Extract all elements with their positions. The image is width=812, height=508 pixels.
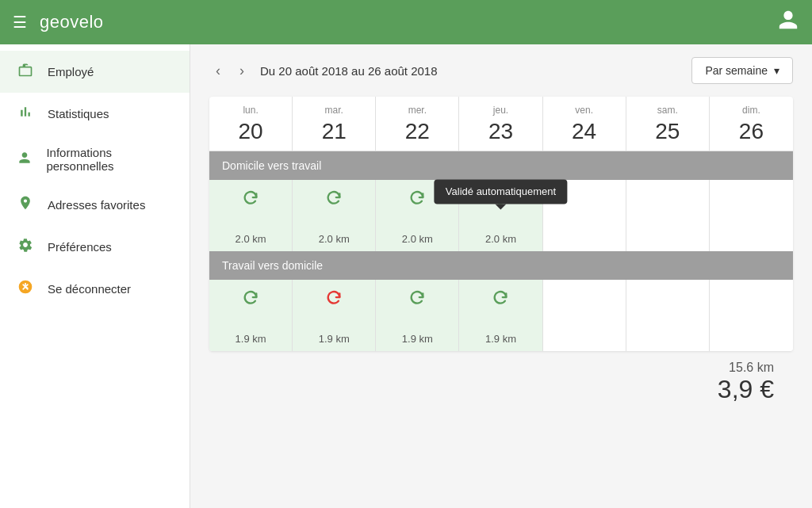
app-header: ☰ geovelo: [0, 0, 812, 44]
next-button[interactable]: ›: [233, 59, 251, 82]
day-num-sam: 25: [630, 119, 706, 144]
day-header-dim: dim. 26: [710, 97, 793, 151]
section1-dist-3: 2.0 km: [485, 233, 516, 245]
day-num-dim: 26: [713, 119, 790, 144]
day-header-mar: mar. 21: [293, 97, 376, 151]
section2-cell-6: [710, 280, 793, 351]
day-header-ven: ven. 24: [543, 97, 626, 151]
period-label: Par semaine: [705, 64, 768, 77]
sidebar: Employé Statistiques Informations person…: [0, 44, 190, 508]
section2-dist-1: 1.9 km: [319, 333, 350, 345]
section2-cell-5: [626, 280, 710, 351]
day-name-dim: dim.: [713, 105, 790, 116]
sidebar-item-employe[interactable]: Employé: [0, 51, 190, 93]
refresh-icon-s2-1-red: [325, 289, 343, 311]
day-name-sam: sam.: [630, 105, 706, 116]
section1-cell-3[interactable]: 2.0 km Validé automatiquement: [459, 180, 542, 251]
day-header-sam: sam. 25: [626, 97, 710, 151]
section2-header: Travail vers domicile: [209, 251, 793, 280]
sidebar-item-statistiques[interactable]: Statistiques: [0, 93, 190, 135]
person-icon: [16, 150, 33, 170]
day-num-jeu: 23: [462, 119, 538, 144]
section1-dist-2: 2.0 km: [402, 233, 433, 245]
logout-icon: [16, 279, 35, 299]
section1-cell-1[interactable]: 2.0 km: [293, 180, 376, 251]
prev-button[interactable]: ‹: [209, 59, 227, 82]
section1-header: Domicile vers travail: [209, 151, 793, 180]
refresh-icon-s2-0: [242, 289, 259, 311]
section2-dist-2: 1.9 km: [402, 333, 433, 345]
day-header-lun: lun. 20: [209, 97, 293, 151]
tooltip-arrow: [495, 204, 506, 209]
menu-icon[interactable]: ☰: [13, 13, 27, 32]
header-left: ☰ geovelo: [13, 12, 104, 32]
day-name-lun: lun.: [213, 105, 289, 116]
section2-cells: 1.9 km 1.9 km: [209, 280, 793, 351]
day-num-ven: 24: [546, 119, 622, 144]
nav-controls: ‹ › Du 20 août 2018 au 26 août 2018: [209, 59, 438, 82]
section1-cell-5: [626, 180, 710, 251]
location-icon: [16, 195, 35, 215]
sidebar-label-employe: Employé: [48, 65, 94, 78]
day-name-mar: mar.: [296, 105, 372, 116]
section2-dist-3: 1.9 km: [485, 333, 516, 345]
sidebar-item-preferences[interactable]: Préférences: [0, 226, 190, 268]
footer-totals: 15.6 km 3,9 €: [209, 351, 793, 407]
calendar-grid: lun. 20 mar. 21 mer. 22 jeu. 23 ven. 2: [209, 97, 793, 351]
day-header-mer: mer. 22: [376, 97, 459, 151]
section1-cells: 2.0 km 2.0 km: [209, 180, 793, 251]
section2-cell-4: [543, 280, 626, 351]
auto-validate-tooltip: Validé automatiquement: [435, 179, 567, 204]
section2-dist-0: 1.9 km: [236, 333, 266, 345]
sidebar-item-deconnexion[interactable]: Se déconnecter: [0, 268, 190, 310]
main-layout: Employé Statistiques Informations person…: [0, 44, 812, 508]
section2-cell-0[interactable]: 1.9 km: [209, 280, 293, 351]
day-name-mer: mer.: [379, 105, 455, 116]
section2-cell-2[interactable]: 1.9 km: [376, 280, 459, 351]
chevron-down-icon: ▾: [774, 64, 779, 77]
day-num-mer: 22: [379, 119, 455, 144]
sidebar-label-adresses: Adresses favorites: [48, 198, 145, 212]
sidebar-label-informations: Informations personnelles: [46, 146, 174, 173]
tooltip-container: Validé automatiquement: [435, 179, 567, 209]
main-content: ‹ › Du 20 août 2018 au 26 août 2018 Par …: [190, 44, 812, 508]
gear-icon: [16, 237, 35, 257]
section1-cell-0[interactable]: 2.0 km: [209, 180, 293, 251]
sidebar-label-preferences: Préférences: [48, 240, 112, 254]
sidebar-label-statistiques: Statistiques: [48, 107, 109, 120]
section1-cell-6: [710, 180, 793, 251]
day-name-ven: ven.: [546, 105, 622, 116]
total-euro: 3,9 €: [228, 375, 774, 404]
period-selector[interactable]: Par semaine ▾: [691, 57, 793, 84]
day-name-jeu: jeu.: [462, 105, 538, 116]
total-km: 15.6 km: [228, 361, 774, 375]
day-num-mar: 21: [296, 119, 372, 144]
refresh-icon-s1-0: [242, 189, 259, 211]
refresh-icon-s1-1: [325, 189, 343, 211]
day-headers: lun. 20 mar. 21 mer. 22 jeu. 23 ven. 2: [209, 97, 793, 151]
section2-cell-3[interactable]: 1.9 km: [459, 280, 542, 351]
sidebar-label-deconnexion: Se déconnecter: [48, 282, 131, 296]
refresh-icon-s1-2: [408, 189, 426, 211]
section2-cell-1[interactable]: 1.9 km: [293, 280, 376, 351]
section1-dist-1: 2.0 km: [319, 233, 350, 245]
section1-dist-0: 2.0 km: [236, 233, 266, 245]
refresh-icon-s2-2: [408, 289, 426, 311]
chart-icon: [16, 104, 35, 124]
refresh-icon-s2-3: [492, 289, 509, 311]
sidebar-item-adresses[interactable]: Adresses favorites: [0, 184, 190, 226]
calendar-toolbar: ‹ › Du 20 août 2018 au 26 août 2018 Par …: [209, 57, 793, 84]
day-header-jeu: jeu. 23: [459, 97, 542, 151]
sidebar-item-informations[interactable]: Informations personnelles: [0, 135, 190, 184]
user-avatar-icon[interactable]: [777, 9, 799, 36]
date-range: Du 20 août 2018 au 26 août 2018: [260, 64, 438, 78]
app-logo: geovelo: [40, 12, 104, 32]
briefcase-icon: [16, 62, 35, 82]
day-num-lun: 20: [213, 119, 289, 144]
